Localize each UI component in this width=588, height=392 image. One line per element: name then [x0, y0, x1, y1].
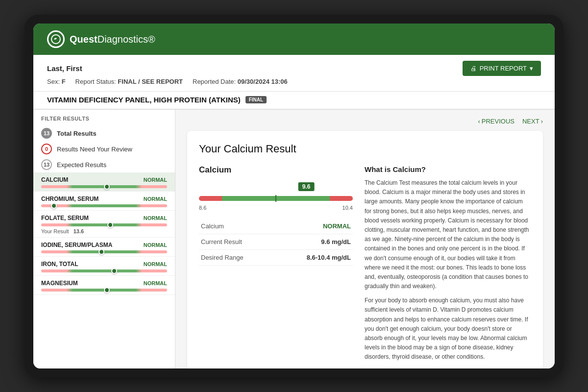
previous-link[interactable]: ‹ PREVIOUS	[478, 118, 514, 125]
status-value: NORMAL	[323, 222, 351, 230]
panel-title-bar: VITAMIN DEFICIENCY PANEL, HIGH PROTEIN (…	[33, 92, 555, 110]
logo-icon	[47, 30, 65, 48]
status-label: Calcium	[199, 219, 274, 234]
desired-range-value: 8.6-10.4 mg/dL	[274, 250, 353, 266]
folate-slider	[41, 223, 167, 226]
gauge-container: 9.6 8.6 10.4	[199, 182, 353, 211]
iodine-slider	[41, 250, 167, 253]
review-badge: 0	[41, 144, 52, 154]
result-card: Your Calcium Result Calcium 9.6	[187, 131, 543, 368]
panel-title: VITAMIN DEFICIENCY PANEL, HIGH PROTEIN (…	[47, 96, 241, 104]
review-label: Results Need Your Review	[57, 146, 132, 153]
result-detail-left: Calcium 9.6	[199, 165, 353, 368]
desired-range-label: Desired Range	[199, 250, 274, 266]
sidebar-item-magnesium[interactable]: MAGNESIUM NORMAL	[33, 276, 175, 295]
filter-total[interactable]: 13 Total Results	[33, 125, 175, 141]
gauge-value: 9.6	[298, 182, 315, 191]
sidebar-item-chromium[interactable]: CHROMIUM, SERUM NORMAL	[33, 192, 175, 211]
result-info-panel: What is Calcium? The Calcium Test measur…	[365, 165, 531, 368]
chevron-left-icon: ‹	[478, 118, 480, 125]
info-paragraph-3: Our bodies do not produce calcium, so we…	[365, 367, 531, 368]
final-badge: FINAL	[245, 96, 267, 103]
report-status: Report Status: FINAL / SEE REPORT	[75, 78, 183, 85]
calcium-slider	[41, 185, 167, 188]
content-area: FILTER RESULTS 13 Total Results 0 Result…	[33, 110, 555, 368]
navigation: ‹ PREVIOUS NEXT ›	[187, 118, 543, 125]
total-badge: 13	[41, 128, 52, 139]
result-table: Calcium NORMAL Current Result 9.6 mg/dL …	[199, 219, 353, 266]
filter-label: FILTER RESULTS	[33, 110, 175, 125]
print-report-button[interactable]: 🖨 PRINT REPORT ▾	[463, 61, 541, 76]
calcium-section-title: Calcium	[199, 165, 353, 175]
info-paragraph-2: For your body to absorb enough calcium, …	[365, 296, 531, 362]
info-title: What is Calcium?	[365, 165, 531, 173]
patient-name: Last, First	[47, 64, 82, 73]
iron-slider	[41, 270, 167, 272]
filter-review[interactable]: 0 Results Need Your Review	[33, 141, 175, 157]
expected-label: Expected Results	[57, 161, 106, 169]
gauge-low: 8.6	[199, 205, 206, 211]
sidebar-item-folate[interactable]: FOLATE, SERUM NORMAL Your Result 13.6	[33, 211, 175, 238]
sidebar-item-iodine[interactable]: IODINE, SERUM/PLASMA NORMAL	[33, 238, 175, 257]
result-card-title: Your Calcium Result	[199, 143, 531, 155]
info-paragraph-1: The Calcium Test measures the total calc…	[365, 178, 531, 291]
logo-text: QuestDiagnostics®	[70, 34, 155, 45]
header-bar: QuestDiagnostics®	[33, 24, 555, 55]
folate-value: Your Result 13.6	[41, 227, 167, 235]
expected-badge: 13	[41, 159, 52, 170]
sidebar: FILTER RESULTS 13 Total Results 0 Result…	[33, 110, 175, 368]
sidebar-item-iron[interactable]: Iron, Total NORMAL	[33, 257, 175, 276]
sex-label: Sex: F	[47, 78, 66, 85]
chevron-right-icon: ›	[541, 118, 543, 125]
sidebar-item-calcium[interactable]: Calcium NORMAL	[33, 172, 175, 192]
logo: QuestDiagnostics®	[47, 30, 155, 48]
chromium-slider	[41, 204, 167, 207]
main-panel: ‹ PREVIOUS NEXT › Your Calcium Result C	[175, 110, 555, 368]
reported-date: Reported Date: 09/30/2024 13:06	[193, 78, 288, 85]
print-icon: 🖨	[470, 65, 477, 72]
chevron-down-icon: ▾	[530, 65, 533, 72]
total-label: Total Results	[57, 130, 97, 137]
magnesium-slider	[41, 289, 167, 292]
filter-expected[interactable]: 13 Expected Results	[33, 157, 175, 172]
next-link[interactable]: NEXT ›	[522, 118, 543, 125]
current-result-value: 9.6 mg/dL	[274, 234, 353, 250]
current-result-label: Current Result	[199, 234, 274, 250]
gauge-high: 10.4	[343, 205, 353, 211]
patient-bar: Last, First 🖨 PRINT REPORT ▾ Sex: F Repo…	[33, 55, 555, 92]
